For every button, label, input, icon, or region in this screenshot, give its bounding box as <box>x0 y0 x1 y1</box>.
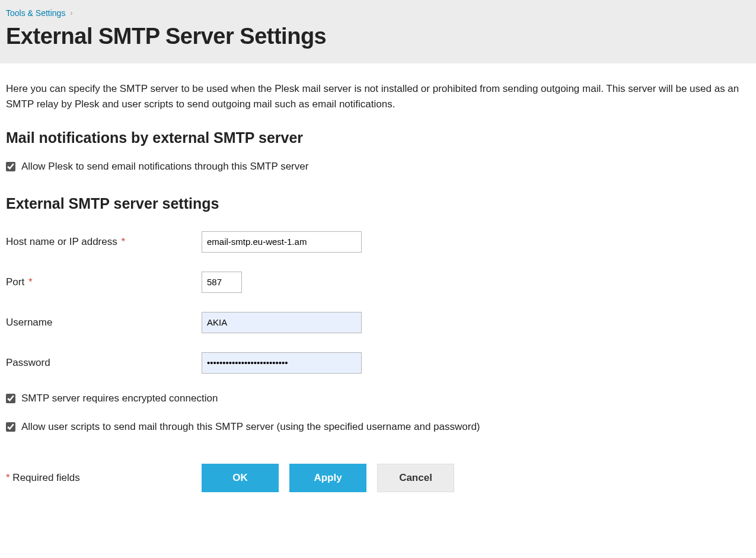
page-description: Here you can specify the SMTP server to … <box>6 81 747 113</box>
section-heading-notifications: Mail notifications by external SMTP serv… <box>6 129 750 146</box>
page-header: Tools & Settings › External SMTP Server … <box>0 0 756 63</box>
required-star-icon: * <box>6 472 10 483</box>
password-input[interactable] <box>202 352 362 374</box>
port-label: Port * <box>6 276 202 288</box>
required-star-icon: * <box>119 236 125 247</box>
chevron-right-icon: › <box>70 9 72 17</box>
username-label: Username <box>6 317 202 329</box>
port-row: Port * <box>6 272 750 293</box>
host-label: Host name or IP address * <box>6 236 202 248</box>
port-input[interactable] <box>202 272 242 293</box>
allow-notifications-row: Allow Plesk to send email notifications … <box>6 161 750 173</box>
breadcrumb: Tools & Settings › <box>6 8 750 18</box>
footer-row: * Required fields OK Apply Cancel <box>6 464 750 492</box>
cancel-button[interactable]: Cancel <box>377 464 454 492</box>
allow-scripts-label: Allow user scripts to send mail through … <box>21 421 480 433</box>
button-group: OK Apply Cancel <box>202 464 454 492</box>
encrypted-checkbox[interactable] <box>6 394 15 403</box>
encrypted-row: SMTP server requires encrypted connectio… <box>6 393 750 404</box>
allow-notifications-checkbox[interactable] <box>6 162 15 171</box>
encrypted-label: SMTP server requires encrypted connectio… <box>21 393 218 404</box>
breadcrumb-parent-link[interactable]: Tools & Settings <box>6 8 65 18</box>
host-input[interactable] <box>202 231 362 253</box>
content-area: Here you can specify the SMTP server to … <box>0 63 756 504</box>
required-star-icon: * <box>25 276 32 288</box>
ok-button[interactable]: OK <box>202 464 279 492</box>
password-row: Password <box>6 352 750 374</box>
required-fields-note: * Required fields <box>6 472 202 484</box>
allow-scripts-checkbox[interactable] <box>6 422 15 432</box>
apply-button[interactable]: Apply <box>289 464 366 492</box>
page-title: External SMTP Server Settings <box>6 24 750 49</box>
allow-scripts-row: Allow user scripts to send mail through … <box>6 421 750 433</box>
host-row: Host name or IP address * <box>6 231 750 253</box>
allow-notifications-label: Allow Plesk to send email notifications … <box>21 161 308 173</box>
section-heading-smtp-settings: External SMTP server settings <box>6 195 750 212</box>
password-label: Password <box>6 357 202 369</box>
username-row: Username <box>6 312 750 333</box>
username-input[interactable] <box>202 312 362 333</box>
